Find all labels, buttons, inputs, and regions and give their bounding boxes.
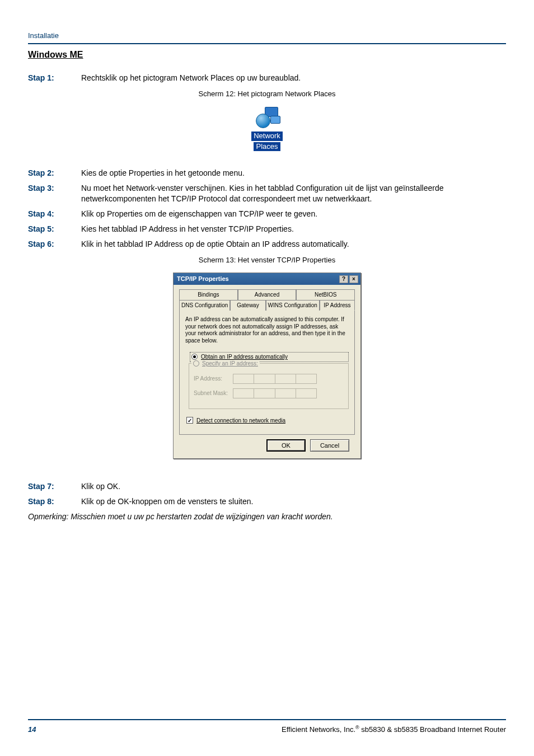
- step-label: Stap 5:: [28, 224, 81, 234]
- step-label: Stap 1:: [28, 73, 81, 83]
- step-label: Stap 2:: [28, 168, 81, 179]
- specify-ip-group: Specify an IP address: IP Address: Subne…: [189, 363, 349, 409]
- footer-company: Efficient Networks, Inc.: [282, 725, 355, 734]
- step-label: Stap 6:: [28, 239, 81, 250]
- radio-specify-ip[interactable]: Specify an IP address:: [191, 360, 260, 368]
- tab-wins-config[interactable]: WINS Configuration: [266, 300, 320, 311]
- figure12-caption: Scherm 12: Het pictogram Network Places: [28, 89, 506, 99]
- figure12: Network Places: [28, 107, 506, 152]
- step-text: Nu moet het Network-venster verschijnen.…: [81, 183, 506, 204]
- steps-block-3: Stap 7: Klik op OK. Stap 8: Klik op de O…: [28, 481, 506, 507]
- step-row: Stap 6: Klik in het tabblad IP Address o…: [28, 239, 506, 250]
- step-label: Stap 4:: [28, 209, 81, 219]
- radio-specify-ip-label: Specify an IP address:: [202, 360, 258, 368]
- step-row: Stap 4: Klik op Properties om de eigensc…: [28, 209, 506, 219]
- subnet-mask-label: Subnet Mask:: [194, 389, 233, 397]
- help-button[interactable]: ?: [339, 275, 348, 283]
- dialog-titlebar: TCP/IP Properties ? ×: [174, 273, 360, 285]
- step-text: Klik op Properties om de eigenschappen v…: [81, 209, 506, 219]
- footer-text: Efficient Networks, Inc.® sb5830 & sb583…: [282, 724, 506, 735]
- tcpip-dialog: TCP/IP Properties ? × Bindings Advanced …: [173, 273, 361, 459]
- step-label: Stap 3:: [28, 183, 81, 204]
- subnet-mask-input[interactable]: [233, 388, 317, 398]
- radio-dot-icon: [193, 360, 199, 367]
- tab-strip: Bindings Advanced NetBIOS DNS Configurat…: [179, 289, 355, 311]
- network-places-icon: [254, 107, 280, 129]
- page-header-label: Installatie: [28, 31, 506, 41]
- network-places-caption-line2: Places: [254, 142, 280, 152]
- page-number: 14: [28, 725, 36, 735]
- remark-note: Opmerking: Misschien moet u uw pc hersta…: [28, 511, 506, 522]
- steps-block-2: Stap 2: Kies de optie Properties in het …: [28, 168, 506, 249]
- step-row: Stap 8: Klik op de OK-knoppen om de vens…: [28, 496, 506, 507]
- steps-block-1: Stap 1: Rechtsklik op het pictogram Netw…: [28, 73, 506, 83]
- header-divider: [28, 43, 506, 44]
- footer-product: sb5830 & sb5835 Broadband Internet Route…: [359, 725, 506, 734]
- page-footer: 14 Efficient Networks, Inc.® sb5830 & sb…: [28, 724, 506, 735]
- step-text: Klik in het tabblad IP Address op de opt…: [81, 239, 506, 250]
- tab-bindings[interactable]: Bindings: [179, 289, 238, 300]
- close-button[interactable]: ×: [349, 275, 358, 283]
- network-places-icon-wrap: Network Places: [246, 107, 288, 152]
- ok-button[interactable]: OK: [266, 439, 306, 452]
- step-row: Stap 5: Kies het tabblad IP Address in h…: [28, 224, 506, 234]
- step-text: Klik op OK.: [81, 481, 506, 492]
- tab-ip-address[interactable]: IP Address: [320, 300, 355, 311]
- step-text: Kies het tabblad IP Address in het venst…: [81, 224, 506, 234]
- footer-divider: [28, 719, 506, 720]
- step-row: Stap 2: Kies de optie Properties in het …: [28, 168, 506, 179]
- section-title: Windows ME: [28, 49, 506, 61]
- step-label: Stap 8:: [28, 496, 81, 507]
- tab-content-ip: An IP address can be automatically assig…: [179, 310, 355, 435]
- detect-connection-label: Detect connection to network media: [196, 417, 285, 425]
- tab-gateway[interactable]: Gateway: [230, 300, 265, 311]
- step-label: Stap 7:: [28, 481, 81, 492]
- registered-symbol: ®: [355, 725, 359, 730]
- step-row: Stap 7: Klik op OK.: [28, 481, 506, 492]
- detect-connection-checkbox[interactable]: ✓ Detect connection to network media: [186, 417, 349, 425]
- cancel-button[interactable]: Cancel: [310, 439, 349, 452]
- step-row: Stap 1: Rechtsklik op het pictogram Netw…: [28, 73, 506, 83]
- dialog-description: An IP address can be automatically assig…: [185, 316, 349, 344]
- step-text: Kies de optie Properties in het getoonde…: [81, 168, 506, 179]
- step-row: Stap 3: Nu moet het Network-venster vers…: [28, 183, 506, 204]
- checkbox-icon: ✓: [186, 417, 193, 424]
- step-text: Rechtsklik op het pictogram Network Plac…: [81, 73, 506, 83]
- network-places-caption-line1: Network: [251, 132, 283, 141]
- tab-netbios[interactable]: NetBIOS: [296, 289, 355, 300]
- ip-address-input[interactable]: [233, 374, 317, 384]
- figure13: TCP/IP Properties ? × Bindings Advanced …: [28, 273, 506, 459]
- ip-address-label: IP Address:: [194, 375, 233, 383]
- dialog-title-text: TCP/IP Properties: [177, 275, 229, 283]
- figure13-caption: Scherm 13: Het venster TCP/IP Properties: [28, 255, 506, 265]
- tab-dns-config[interactable]: DNS Configuration: [179, 300, 230, 311]
- step-text: Klik op de OK-knoppen om de vensters te …: [81, 496, 506, 507]
- tab-advanced[interactable]: Advanced: [238, 289, 297, 300]
